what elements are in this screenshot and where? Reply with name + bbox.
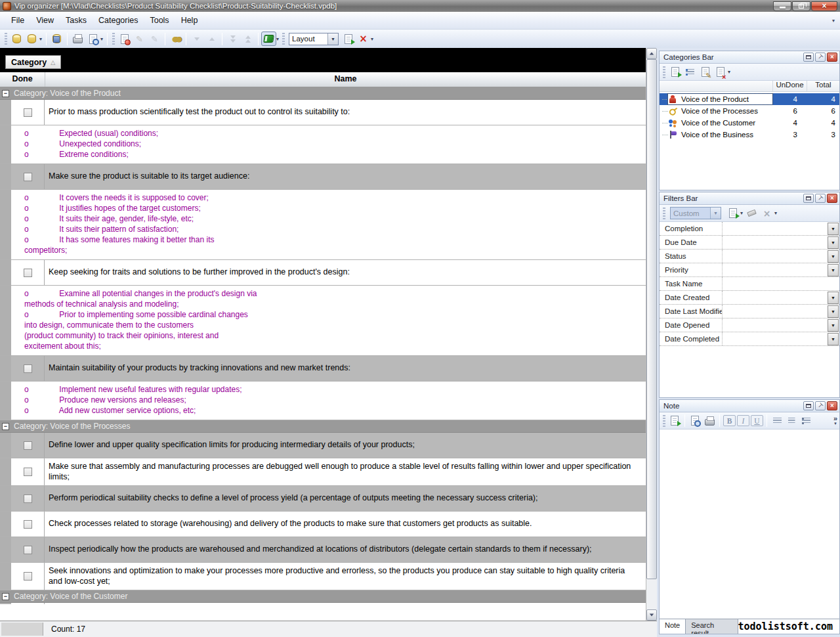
menu-tools[interactable]: Tools (144, 13, 175, 28)
open-database-button[interactable] (24, 32, 39, 46)
panel-minimize-button[interactable] (803, 194, 814, 203)
menu-help[interactable]: Help (175, 13, 204, 28)
move-bottom-button[interactable] (225, 32, 240, 46)
category-row[interactable]: Voice of the Business 3 3 (660, 129, 839, 141)
apply-filter-button[interactable] (725, 206, 740, 221)
filter-row[interactable]: Due Date ▼ (660, 236, 839, 250)
move-top-button[interactable] (240, 32, 255, 46)
filter-value[interactable] (723, 236, 828, 249)
filter-dropdown-button[interactable]: ▼ (828, 264, 839, 276)
panel-minimize-button[interactable] (803, 53, 814, 62)
task-text[interactable]: Perform periodical suitability checks to… (45, 486, 646, 511)
panel-minimize-button[interactable] (803, 401, 814, 410)
find-in-note-button[interactable] (688, 414, 702, 428)
name-column-header[interactable]: Name (45, 72, 646, 87)
filter-row[interactable]: Completion ▼ (660, 222, 839, 236)
task-row[interactable]: Inspect periodically how the products ar… (0, 537, 646, 563)
vertical-scrollbar[interactable] (646, 48, 657, 621)
italic-icon[interactable]: I (737, 415, 749, 426)
filter-dropdown-button[interactable]: ▼ (828, 305, 839, 318)
delete-category-button[interactable] (713, 65, 728, 79)
panel-close-button[interactable]: × (827, 53, 837, 62)
layout-combobox[interactable]: Layout ▼ (289, 33, 339, 45)
find-button[interactable]: ●● (168, 32, 183, 46)
total-column-header[interactable]: Total (807, 81, 839, 91)
minimize-button[interactable] (773, 1, 791, 11)
category-group-row[interactable]: − Category: Voice of the Product (0, 87, 646, 100)
task-row[interactable]: Prior to mass production scientifically … (0, 100, 646, 125)
task-text[interactable]: Define lower and upper quality specifica… (45, 433, 646, 458)
align-left-button[interactable] (770, 414, 784, 428)
filter-row[interactable]: Priority ▼ (660, 263, 839, 277)
task-checkbox[interactable] (24, 269, 32, 277)
underline-icon[interactable]: U (751, 415, 763, 426)
task-row[interactable]: Check processes related to storage (ware… (0, 512, 646, 537)
toolbar-grip[interactable] (5, 33, 7, 45)
subitems-row[interactable]: o Implement new useful features with reg… (0, 382, 646, 420)
filter-value[interactable] (723, 222, 828, 235)
collapse-icon[interactable]: − (2, 423, 9, 430)
move-up-button[interactable] (204, 32, 219, 46)
task-checkbox[interactable] (24, 364, 32, 373)
filter-dropdown-button[interactable]: ▼ (828, 333, 839, 345)
new-task-button[interactable] (117, 32, 132, 46)
collapse-icon[interactable]: − (2, 90, 9, 97)
category-row[interactable]: Voice of the Customer 4 4 (660, 117, 839, 129)
filter-dropdown-button[interactable]: ▼ (828, 319, 839, 332)
print-note-button[interactable] (702, 414, 717, 428)
task-checkbox[interactable] (24, 468, 32, 476)
delete-task-button[interactable]: ✎ (147, 32, 162, 46)
print-dropdown-icon[interactable]: ▾ (100, 36, 103, 42)
done-column-header[interactable]: Done (0, 72, 45, 87)
apply-filter-dropdown-icon[interactable]: ▾ (740, 210, 743, 216)
bold-icon[interactable]: B (723, 415, 736, 426)
scroll-thumb[interactable] (646, 59, 657, 579)
task-checkbox[interactable] (24, 494, 32, 503)
filter-value[interactable] (723, 305, 828, 318)
filters-toolbar-overflow-icon[interactable]: ▾ (774, 210, 777, 216)
filter-row[interactable]: Task Name (660, 277, 839, 291)
open-database-dropdown-icon[interactable]: ▾ (39, 36, 42, 42)
filter-dropdown-button[interactable]: ▼ (828, 223, 839, 235)
toolbar-grip[interactable] (663, 66, 665, 78)
align-right-button[interactable] (784, 414, 799, 428)
subitems-row[interactable]: o Expected (usual) conditions; o Unexpec… (0, 125, 646, 164)
filter-value[interactable] (723, 263, 828, 276)
task-row[interactable]: Make sure the product is suitable to its… (0, 164, 646, 190)
tab-note[interactable]: Note (660, 619, 686, 634)
remove-filter-button[interactable]: × (759, 206, 774, 221)
chevron-down-icon[interactable]: ▼ (327, 33, 338, 45)
move-down-button[interactable] (189, 32, 204, 46)
note-content[interactable] (660, 429, 839, 619)
group-by-category-button[interactable]: Category △ (5, 55, 61, 69)
toolbar-overflow-icon[interactable]: ▾ (371, 36, 373, 42)
task-checkbox[interactable] (24, 173, 32, 181)
task-text[interactable]: Measure the customer satisfaction rate (… (45, 603, 646, 604)
delete-layout-button[interactable]: × (356, 32, 371, 46)
panel-pin-button[interactable]: ⊤ (815, 53, 826, 62)
category-row[interactable]: Voice of the Product 4 4 (660, 93, 839, 105)
scroll-down-button[interactable] (646, 609, 657, 621)
new-subcategory-button[interactable] (682, 65, 698, 79)
filter-value[interactable] (723, 291, 828, 304)
filter-row[interactable]: Date Opened ▼ (660, 318, 839, 332)
filter-dropdown-button[interactable]: ▼ (828, 250, 839, 263)
task-text[interactable]: Inspect periodically how the products ar… (45, 537, 646, 562)
task-text[interactable]: Make sure the product is suitable to its… (45, 164, 646, 189)
clear-filter-button[interactable] (744, 206, 759, 221)
print-preview-button[interactable] (85, 32, 100, 46)
subitems-row[interactable]: o It covers the needs it is supposed to … (0, 190, 646, 260)
task-row[interactable]: Seek innovations and optimization to mak… (0, 563, 646, 590)
category-group-row[interactable]: − Category: Voice of the Customer (0, 590, 646, 603)
new-database-button[interactable] (9, 32, 24, 46)
toolbar-grip[interactable] (663, 208, 665, 219)
toolbar-grip[interactable] (663, 415, 665, 427)
print-button[interactable] (70, 32, 85, 46)
menu-tasks[interactable]: Tasks (60, 13, 93, 28)
task-checkbox[interactable] (24, 441, 32, 450)
task-checkbox[interactable] (24, 546, 32, 554)
layout-view-dropdown-icon[interactable]: ▾ (276, 36, 279, 42)
menu-view[interactable]: View (30, 13, 60, 28)
filter-value[interactable] (723, 277, 839, 290)
save-database-button[interactable] (49, 32, 64, 46)
